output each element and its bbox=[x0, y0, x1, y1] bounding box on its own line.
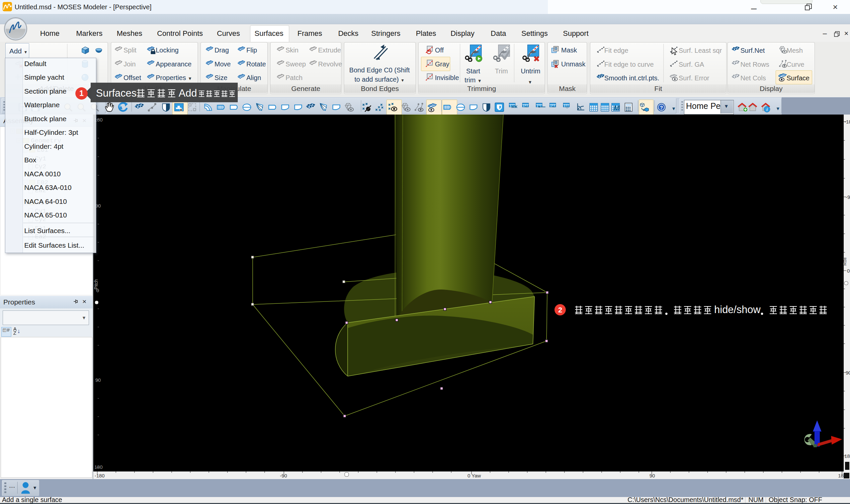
svg-text:0: 0 bbox=[847, 268, 850, 274]
svg-text:hide/show: hide/show bbox=[714, 304, 761, 316]
svg-text:90: 90 bbox=[649, 473, 655, 479]
svg-text:i: i bbox=[766, 107, 768, 112]
svg-text:2: 2 bbox=[558, 306, 562, 314]
svg-text:-180: -180 bbox=[95, 473, 105, 479]
svg-text:180: 180 bbox=[94, 464, 103, 470]
svg-text:Pitch: Pitch bbox=[93, 279, 98, 289]
svg-text:-90: -90 bbox=[280, 473, 287, 479]
svg-text:90: 90 bbox=[846, 370, 850, 376]
svg-text:-180: -180 bbox=[844, 119, 850, 125]
svg-text:-90: -90 bbox=[846, 194, 850, 200]
svg-text:Roll: Roll bbox=[842, 258, 847, 266]
svg-text:180: 180 bbox=[844, 453, 850, 459]
svg-text:0 Yaw: 0 Yaw bbox=[468, 473, 481, 479]
